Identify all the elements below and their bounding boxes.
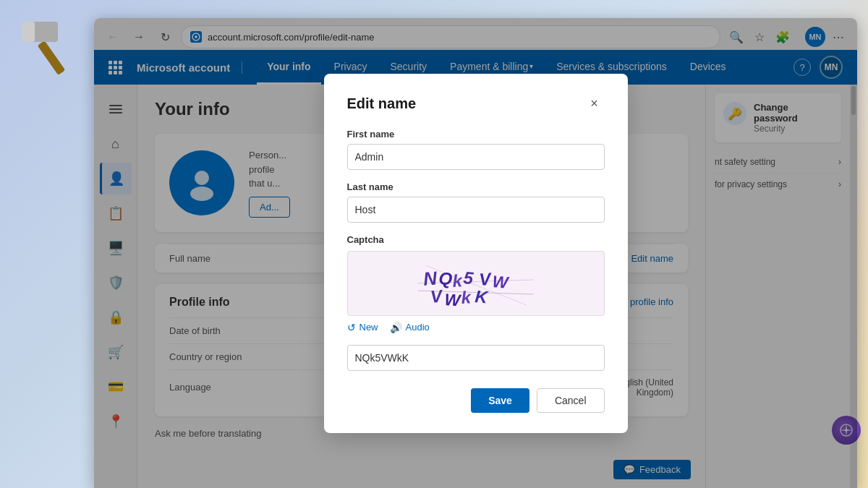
- cancel-button[interactable]: Cancel: [537, 388, 605, 413]
- last-name-label: Last name: [347, 181, 605, 192]
- svg-text:K: K: [474, 286, 489, 307]
- svg-text:W: W: [491, 272, 510, 292]
- svg-text:W: W: [443, 290, 462, 309]
- hammer-icon: [7, 7, 80, 80]
- captcha-image-box: N Q k 5 V W V W k K: [347, 251, 605, 316]
- first-name-label: First name: [347, 129, 605, 140]
- first-name-input[interactable]: [347, 144, 605, 170]
- edit-name-modal: Edit name × First name Last name Captcha: [324, 74, 628, 433]
- svg-text:k: k: [460, 287, 472, 307]
- modal-footer: Save Cancel: [347, 388, 605, 413]
- svg-rect-2: [22, 22, 35, 42]
- captcha-svg: N Q k 5 V W V W k K: [418, 258, 534, 309]
- captcha-audio-button[interactable]: 🔊 Audio: [390, 322, 430, 333]
- captcha-input[interactable]: [347, 345, 605, 371]
- modal-overlay: Edit name × First name Last name Captcha: [94, 18, 857, 488]
- svg-text:5: 5: [462, 267, 475, 288]
- captcha-label: Captcha: [347, 234, 605, 245]
- svg-text:V: V: [429, 286, 444, 307]
- modal-close-button[interactable]: ×: [584, 94, 605, 114]
- captcha-new-button[interactable]: ↺ New: [347, 322, 378, 333]
- last-name-input[interactable]: [347, 197, 605, 223]
- browser-window: ← → ↻ account.microsoft.com/profile/edit…: [94, 18, 857, 488]
- audio-icon: 🔊: [390, 322, 402, 333]
- refresh-circle-icon: ↺: [347, 322, 356, 333]
- modal-header: Edit name ×: [347, 94, 605, 114]
- svg-rect-0: [38, 40, 66, 75]
- captcha-actions: ↺ New 🔊 Audio: [347, 322, 605, 333]
- save-button[interactable]: Save: [471, 388, 529, 413]
- modal-title: Edit name: [347, 95, 417, 112]
